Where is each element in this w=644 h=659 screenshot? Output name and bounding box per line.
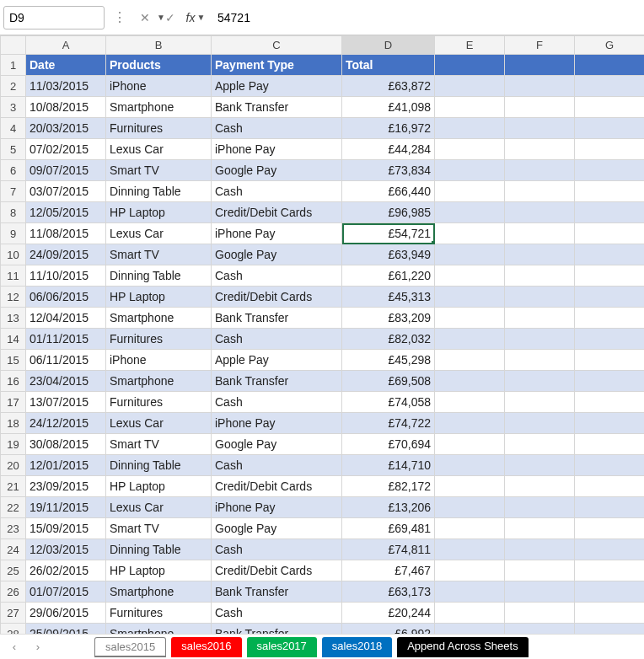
row-header[interactable]: 12 [1, 287, 26, 308]
cell[interactable] [575, 581, 645, 603]
sheet-tab[interactable]: Append Across Sheets [397, 637, 529, 657]
cell[interactable]: 26/02/2015 [26, 560, 106, 581]
cell[interactable]: 23/09/2015 [26, 476, 106, 497]
cell[interactable]: Cash [212, 329, 342, 350]
cell[interactable]: Dinning Table [106, 265, 212, 287]
cell[interactable]: Bank Transfer [212, 97, 342, 118]
insert-function-button[interactable]: fx▼ [185, 6, 206, 29]
cell[interactable]: Cash [212, 539, 342, 560]
cell[interactable] [575, 434, 645, 455]
row-header[interactable]: 1 [1, 55, 26, 76]
column-header-D[interactable]: D [342, 36, 435, 55]
cell[interactable]: 30/08/2015 [26, 434, 106, 455]
cell[interactable]: 24/09/2015 [26, 244, 106, 265]
cell[interactable]: iPhone Pay [212, 413, 342, 434]
cell[interactable] [575, 624, 645, 635]
cell[interactable] [505, 392, 575, 413]
cell[interactable]: Bank Transfer [212, 581, 342, 603]
cell[interactable] [575, 55, 645, 76]
cell[interactable] [575, 287, 645, 308]
cell[interactable] [575, 518, 645, 539]
cell[interactable] [505, 350, 575, 371]
cell[interactable] [435, 371, 505, 392]
cell[interactable] [435, 160, 505, 181]
cell[interactable]: 07/02/2015 [26, 139, 106, 160]
row-header[interactable]: 15 [1, 350, 26, 371]
cell[interactable]: £82,032 [342, 329, 435, 350]
row-header[interactable]: 21 [1, 476, 26, 497]
cell[interactable]: £74,811 [342, 539, 435, 560]
cell[interactable] [435, 624, 505, 635]
sheet-tab[interactable]: sales2018 [322, 637, 392, 657]
cell[interactable]: iPhone [106, 76, 212, 97]
cell[interactable] [435, 329, 505, 350]
cell[interactable]: £16,972 [342, 118, 435, 139]
column-header-A[interactable]: A [26, 36, 106, 55]
cell[interactable]: 23/04/2015 [26, 371, 106, 392]
cell[interactable]: 06/06/2015 [26, 287, 106, 308]
cell[interactable]: Bank Transfer [212, 624, 342, 635]
cell[interactable]: 09/07/2015 [26, 160, 106, 181]
cell[interactable] [575, 560, 645, 581]
cell[interactable] [575, 350, 645, 371]
column-header-B[interactable]: B [106, 36, 212, 55]
cell[interactable] [575, 202, 645, 223]
cell[interactable]: Cash [212, 181, 342, 202]
cell[interactable] [435, 76, 505, 97]
cell[interactable]: Total [342, 55, 435, 76]
cell[interactable]: 11/03/2015 [26, 76, 106, 97]
cell[interactable]: £63,173 [342, 581, 435, 603]
cell[interactable]: £7,467 [342, 560, 435, 581]
row-header[interactable]: 14 [1, 329, 26, 350]
cell[interactable]: 12/04/2015 [26, 308, 106, 329]
cell[interactable] [575, 118, 645, 139]
sheet-tab[interactable]: sales2016 [171, 637, 241, 657]
column-header-C[interactable]: C [212, 36, 342, 55]
cell[interactable] [435, 202, 505, 223]
cell[interactable]: 12/01/2015 [26, 455, 106, 476]
cell[interactable] [575, 265, 645, 287]
cell[interactable]: Cash [212, 118, 342, 139]
cell[interactable] [435, 55, 505, 76]
select-all-corner[interactable] [1, 36, 26, 55]
cell[interactable]: £69,508 [342, 371, 435, 392]
cell[interactable]: HP Laptop [106, 476, 212, 497]
cell[interactable] [435, 350, 505, 371]
cell[interactable]: 24/12/2015 [26, 413, 106, 434]
cell[interactable]: Apple Pay [212, 76, 342, 97]
cell[interactable]: iPhone Pay [212, 497, 342, 518]
cell[interactable] [435, 581, 505, 603]
cell[interactable]: Lexus Car [106, 497, 212, 518]
cell[interactable]: HP Laptop [106, 202, 212, 223]
row-header[interactable]: 9 [1, 223, 26, 244]
row-header[interactable]: 22 [1, 497, 26, 518]
cell[interactable]: Furnitures [106, 329, 212, 350]
cell[interactable]: £69,481 [342, 518, 435, 539]
cell[interactable] [505, 287, 575, 308]
cell[interactable]: Products [106, 55, 212, 76]
cell[interactable]: Smartphone [106, 97, 212, 118]
cell[interactable] [505, 265, 575, 287]
row-header[interactable]: 13 [1, 308, 26, 329]
cell[interactable]: £44,284 [342, 139, 435, 160]
column-header-F[interactable]: F [505, 36, 575, 55]
column-header-E[interactable]: E [435, 36, 505, 55]
cell[interactable] [575, 413, 645, 434]
cell[interactable]: £70,694 [342, 434, 435, 455]
cell[interactable]: £73,834 [342, 160, 435, 181]
cell[interactable]: Smartphone [106, 308, 212, 329]
name-box-wrap[interactable]: ▼ [3, 6, 105, 29]
cell[interactable]: 06/11/2015 [26, 350, 106, 371]
cell[interactable]: HP Laptop [106, 560, 212, 581]
cell[interactable] [575, 603, 645, 624]
cell[interactable]: 25/09/2015 [26, 624, 106, 635]
cell[interactable] [505, 476, 575, 497]
cell[interactable]: Lexus Car [106, 223, 212, 244]
cell[interactable]: £54,721 [342, 223, 435, 244]
cell[interactable] [435, 518, 505, 539]
row-header[interactable]: 19 [1, 434, 26, 455]
cell[interactable]: £63,872 [342, 76, 435, 97]
row-header[interactable]: 27 [1, 603, 26, 624]
cell[interactable] [575, 160, 645, 181]
cell[interactable]: Cash [212, 603, 342, 624]
